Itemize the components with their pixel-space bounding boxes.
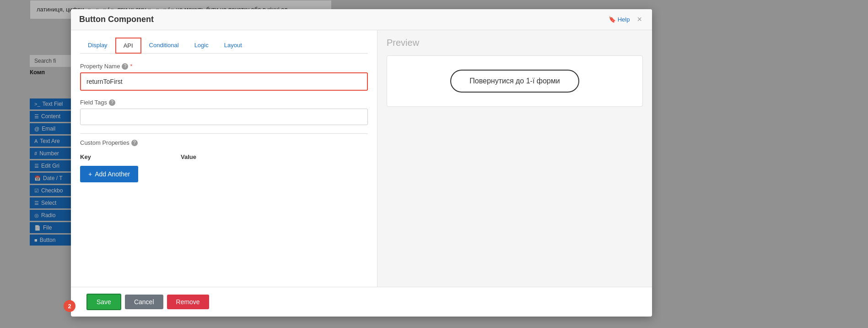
preview-title: Preview	[387, 38, 643, 48]
field-tags-group: Field Tags ?	[80, 99, 368, 125]
field-tags-help-icon[interactable]: ?	[109, 99, 115, 106]
modal-header-actions: 🔖 Help ×	[609, 15, 644, 24]
add-another-label: Add Another	[95, 170, 130, 178]
modal-body: Display API Conditional Logic Layout P	[71, 30, 652, 287]
plus-icon: +	[88, 170, 92, 178]
tab-layout[interactable]: Layout	[216, 38, 250, 54]
property-name-wrapper	[80, 72, 368, 91]
right-panel: Preview Повернутися до 1-ї форми	[377, 30, 652, 287]
custom-props-table-header: Key Value	[80, 152, 368, 162]
left-panel: Display API Conditional Logic Layout P	[71, 30, 377, 287]
property-name-help-icon[interactable]: ?	[122, 63, 128, 70]
key-column-header: Key	[80, 153, 172, 160]
divider	[80, 133, 368, 134]
tab-api[interactable]: API	[115, 38, 141, 54]
tab-conditional[interactable]: Conditional	[141, 38, 187, 54]
required-star: *	[130, 63, 132, 70]
modal-title: Button Component	[79, 15, 154, 24]
modal-header: Button Component 🔖 Help ×	[71, 9, 652, 30]
custom-props-help-icon[interactable]: ?	[131, 140, 138, 146]
property-name-input[interactable]	[83, 75, 365, 88]
value-column-header: Value	[181, 153, 368, 160]
custom-properties-title: Custom Properties ?	[80, 139, 368, 146]
field-tags-input[interactable]	[80, 109, 368, 125]
custom-properties-group: Custom Properties ? Key Value + Add Anot…	[80, 133, 368, 182]
help-icon-symbol: 🔖	[609, 16, 616, 23]
tab-logic[interactable]: Logic	[187, 38, 216, 54]
modal-footer: 2 Save Cancel Remove	[71, 287, 652, 317]
save-button[interactable]: Save	[86, 294, 121, 310]
tab-display[interactable]: Display	[80, 38, 115, 54]
step-badge-2: 2	[64, 300, 75, 312]
close-button[interactable]: ×	[635, 15, 644, 24]
modal-dialog: Button Component 🔖 Help × Display API Co…	[71, 9, 652, 317]
add-another-button[interactable]: + Add Another	[80, 166, 138, 182]
field-tags-label: Field Tags ?	[80, 99, 368, 106]
tab-bar: Display API Conditional Logic Layout	[80, 38, 368, 54]
property-name-group: Property Name ? *	[80, 63, 368, 91]
property-name-label: Property Name ? *	[80, 63, 368, 70]
preview-component-button: Повернутися до 1-ї форми	[450, 70, 579, 93]
remove-button[interactable]: Remove	[167, 295, 209, 309]
cancel-button[interactable]: Cancel	[125, 295, 163, 309]
preview-box: Повернутися до 1-ї форми	[387, 55, 643, 107]
help-link[interactable]: 🔖 Help	[609, 16, 630, 23]
